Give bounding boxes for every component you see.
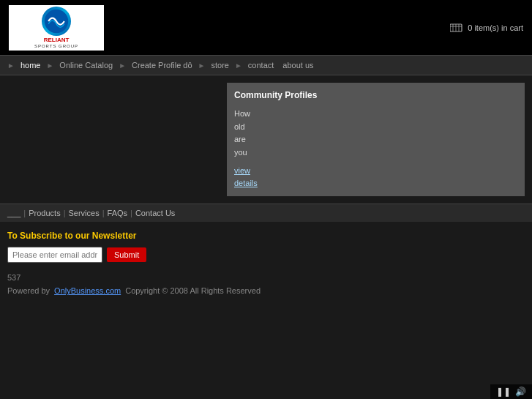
footer-nav-item-home[interactable]: ___ xyxy=(7,209,20,217)
nav-bullet: ► xyxy=(7,61,15,70)
nav-item-contact[interactable]: contact xyxy=(245,59,277,71)
left-panel xyxy=(7,83,220,196)
powered-by-label: Powered by xyxy=(7,286,50,295)
footer-nav-item-faqs[interactable]: FAQs xyxy=(108,209,128,217)
community-profiles-title: Community Profiles xyxy=(234,90,517,100)
view-details[interactable]: view details xyxy=(234,165,517,189)
footer-copy: Powered by OnlyBusiness.com Copyright © … xyxy=(7,286,525,295)
footer: 537 Powered by OnlyBusiness.com Copyrigh… xyxy=(0,269,532,302)
copyright-text: Copyright © 2008 All Rights Reserved xyxy=(125,286,261,295)
community-content: How old are you xyxy=(234,108,517,159)
logo-brand: RELIANT xyxy=(34,37,78,44)
footer-nav-item-services[interactable]: Services xyxy=(69,209,100,217)
main-content: Community Profiles How old are you view … xyxy=(0,75,532,204)
submit-button[interactable]: Submit xyxy=(107,247,146,262)
nav-item-store[interactable]: store xyxy=(208,59,231,71)
powered-link[interactable]: OnlyBusiness.com xyxy=(54,286,121,295)
nav-item-about[interactable]: about us xyxy=(280,59,316,71)
newsletter-form: Submit xyxy=(7,247,525,263)
nav-item-catalog[interactable]: Online Catalog xyxy=(56,59,116,71)
nav-item-home[interactable]: home xyxy=(18,59,44,71)
newsletter-section: To Subscribe to our Newsletter Submit xyxy=(0,222,532,269)
header: RELIANT SPORTS GROUP 0 item(s) in cart xyxy=(0,0,532,55)
logo-group: SPORTS GROUP xyxy=(34,44,78,48)
cart-area[interactable]: 0 item(s) in cart xyxy=(450,23,523,33)
logo-area[interactable]: RELIANT SPORTS GROUP xyxy=(9,5,104,51)
footer-nav-item-contact[interactable]: Contact Us xyxy=(135,209,175,217)
details-link[interactable]: details xyxy=(234,177,517,190)
footer-nav-item-products[interactable]: Products xyxy=(29,209,60,217)
nav-item-create-profile[interactable]: Create Profile dô xyxy=(129,59,195,71)
nav-bar: ► home ► Online Catalog ► Create Profile… xyxy=(0,55,532,75)
version-text: 537 xyxy=(7,273,525,282)
cart-label: 0 item(s) in cart xyxy=(468,23,523,32)
view-link[interactable]: view xyxy=(234,165,517,177)
cart-icon xyxy=(450,23,463,33)
newsletter-title: To Subscribe to our Newsletter xyxy=(7,231,525,241)
community-profiles-panel: Community Profiles How old are you view … xyxy=(227,83,525,196)
logo-circle xyxy=(42,7,71,36)
email-input[interactable] xyxy=(7,247,102,263)
footer-nav: ___ | Products | Services | FAQs | Conta… xyxy=(0,204,532,222)
